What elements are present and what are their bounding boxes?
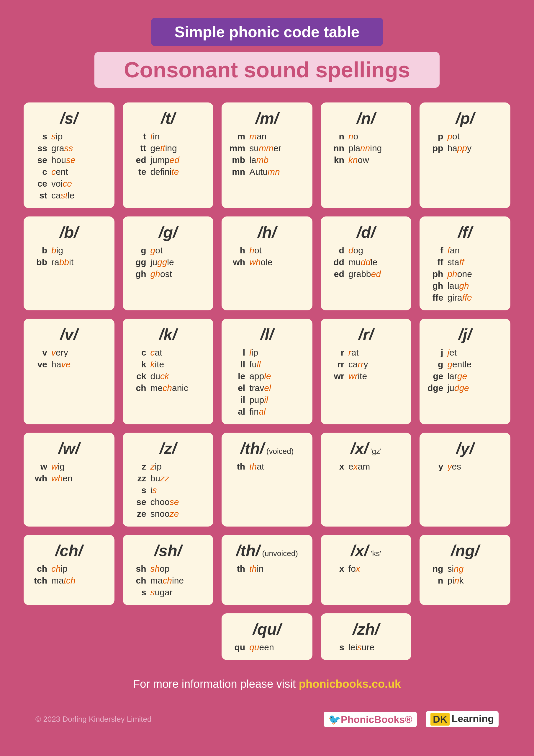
card-row: ththin [229,564,305,574]
card-rows-d: ddogddmuddleedgrabbed [328,245,404,279]
card-row: ffegiraffe [427,293,503,303]
example-word: got [150,245,163,256]
example-word: pupil [249,395,268,405]
card-rows-v: vveryvehave [31,348,107,369]
card-title-t: /t/ [130,109,206,127]
card-row: llfull [229,359,305,369]
card-row: ggot [130,245,206,256]
card-title-v: /v/ [31,325,107,343]
card-title-x-gz: /x/ 'gz' [328,439,404,457]
example-word: jumped [150,155,179,165]
card-title-j: /j/ [427,325,503,343]
example-word: planning [348,143,382,153]
card-g: /g/ggotggjuggleghghost [123,216,214,310]
spelling-label: te [130,167,150,177]
example-word: giraffe [447,293,472,303]
card-r: /r/rratrrcarrywrwrite [321,319,412,424]
card-row: tedefinite [130,167,206,177]
example-word: Autumn [249,167,280,177]
example-word: juggle [150,257,174,267]
example-word: choose [150,497,179,507]
card-row: ssugar [130,587,206,597]
example-word: getting [150,143,177,153]
example-word: voice [51,179,72,189]
spelling-label: k [130,359,150,369]
card-s: /s/ssipssgrasssehouseccentcevoicestcastl… [24,102,114,208]
card-rows-zh: sleisure [328,642,404,652]
spelling-label: ge [427,371,447,381]
card-row: nno [328,131,404,142]
example-word: dog [348,245,363,256]
example-word: big [51,245,63,256]
card-row: cevoice [31,179,107,189]
example-word: grabbed [348,269,381,279]
spelling-label: ch [130,576,150,586]
footer-link[interactable]: phonicbooks.co.uk [299,678,401,690]
spelling-label: d [328,245,348,256]
spelling-label: ffe [427,293,447,303]
spelling-label: s [328,642,348,652]
copyright-row: © 2023 Dorling Kindersley Limited 🐦Phoni… [24,711,510,727]
example-word: staff [447,257,464,267]
card-ng: /ng/ngsingnpink [420,535,510,605]
example-word: laugh [447,281,469,291]
spelling-label: dd [328,257,348,267]
card-title-qu: /qu/ [229,620,305,638]
card-row: shshop [130,564,206,574]
card-row: ggjuggle [130,257,206,267]
header-box: Simple phonic code table [151,18,383,46]
card-row: ilpupil [229,395,305,405]
card-w: /w/wwigwhwhen [24,433,114,526]
example-word: lip [249,348,258,358]
card-zh: /zh/sleisure [321,613,412,660]
card-row: mman [229,131,305,142]
spelling-label: s [130,587,150,597]
example-word: muddle [348,257,377,267]
phonics-grid: /s/ssipssgrasssehouseccentcevoicestcastl… [24,102,510,660]
card-row: ssip [31,131,107,142]
example-word: cat [150,348,162,358]
spelling-label: s [31,131,51,142]
card-title-f: /f/ [427,223,503,241]
spelling-label: wh [229,257,249,267]
card-sh: /sh/shshopchmachinessugar [123,535,214,605]
example-word: very [51,348,68,358]
card-row: mmsummer [229,143,305,153]
card-x-gz: /x/ 'gz'xexam [321,433,412,526]
card-row: rrat [328,348,404,358]
spelling-label: r [328,348,348,358]
spelling-label: bb [31,257,51,267]
card-row: wrwrite [328,371,404,381]
spelling-label: wr [328,371,348,381]
card-rows-ch: chchiptchmatch [31,564,107,586]
example-word: match [51,576,76,586]
spelling-label: y [427,462,447,472]
example-word: phone [447,269,472,279]
footer-text: For more information please visit phonic… [133,678,401,690]
card-rows-l: llipllfullleappleeltravelilpupilalfinal [229,348,305,417]
card-row: zesnooze [130,509,206,519]
spelling-label: nn [328,143,348,153]
example-word: sing [447,564,464,574]
spelling-label: w [31,462,51,472]
spelling-label: h [229,245,249,256]
card-row: dgejudge [427,383,503,393]
card-rows-j: jjetggentlegelargedgejudge [427,348,503,393]
card-row: ckduck [130,371,206,381]
card-row: ccat [130,348,206,358]
card-row: ququeen [229,642,305,652]
card-row: sechoose [130,497,206,507]
card-h: /h/hhotwhwhole [221,216,313,310]
spelling-label: x [328,564,348,574]
card-row: edjumped [130,155,206,165]
card-d: /d/ddogddmuddleedgrabbed [321,216,412,310]
card-title-g: /g/ [130,223,206,241]
card-rows-s: ssipssgrasssehouseccentcevoicestcastle [31,131,107,201]
card-rows-b: bbigbbrabbit [31,245,107,267]
card-title-y: /y/ [427,439,503,457]
spelling-label: le [229,371,249,381]
example-word: carry [348,359,368,369]
card-title-n: /n/ [328,109,404,127]
card-row: ddog [328,245,404,256]
example-word: is [150,485,157,495]
